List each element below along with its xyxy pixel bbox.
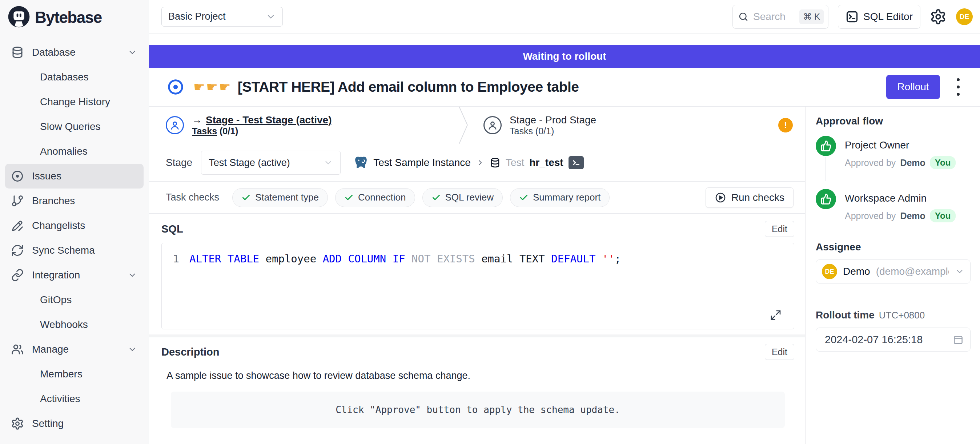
line-number: 1: [162, 252, 189, 265]
status-banner-text: Waiting to rollout: [523, 51, 606, 62]
calendar-icon: [953, 334, 964, 345]
sidebar-item-label: GitOps: [40, 294, 72, 306]
gear-icon: [11, 417, 24, 430]
stage-selector-row: Stage Test Stage (active): [149, 144, 805, 182]
approver-name: Demo: [900, 211, 925, 221]
issue-title: [START HERE] Add email column to Employe…: [238, 79, 579, 95]
settings-gear-icon[interactable]: [930, 8, 947, 25]
check-connection[interactable]: Connection: [335, 188, 415, 207]
stage-tasks-link[interactable]: Tasks: [192, 126, 217, 136]
sidebar-item-manage[interactable]: Manage: [5, 337, 143, 362]
sidebar-item-gitops[interactable]: GitOps: [5, 287, 143, 312]
assignee-dropdown[interactable]: DE Demo (demo@example: [816, 259, 970, 284]
database-link[interactable]: hr_test: [529, 157, 563, 169]
check-icon: [344, 193, 354, 202]
issue-title-row: ☛☛☛ [START HERE] Add email column to Emp…: [149, 68, 980, 107]
sidebar-item-members[interactable]: Members: [5, 362, 143, 387]
stage-tab-title: Stage - Prod Stage: [510, 114, 596, 126]
expand-icon[interactable]: [770, 309, 781, 321]
check-summary-report[interactable]: Summary report: [510, 188, 609, 207]
sql-code-editor[interactable]: 1 ALTER TABLE employee ADD COLUMN IF NOT…: [161, 243, 794, 329]
sidebar-item-sync-schema[interactable]: Sync Schema: [5, 238, 143, 263]
environment-label: Test: [506, 157, 524, 169]
database-icon: [11, 46, 24, 59]
approval-step: Project Owner Approved by Demo You: [816, 136, 970, 180]
sidebar-item-label: Databases: [40, 71, 89, 83]
sidebar-nav: Database Databases Change History Slow Q…: [0, 35, 149, 436]
stage-tasks-count: Tasks (0/1): [510, 126, 554, 136]
tab-separator: [458, 107, 469, 144]
rollout-button[interactable]: Rollout: [886, 75, 940, 99]
bytebase-logo[interactable]: Bytebase: [0, 0, 149, 35]
description-edit-button[interactable]: Edit: [765, 344, 794, 360]
sidebar-item-anomalies[interactable]: Anomalies: [5, 139, 143, 164]
chevron-down-icon: [127, 48, 137, 57]
sidebar-item-integration[interactable]: Integration: [5, 263, 143, 287]
project-selector-value: Basic Project: [168, 11, 226, 22]
sidebar-item-activities[interactable]: Activities: [5, 387, 143, 411]
instance-link[interactable]: Test Sample Instance: [373, 157, 471, 169]
task-checks-row: Task checks Statement type Connection SQ…: [149, 182, 805, 214]
issue-title-emoji: ☛☛☛: [193, 79, 232, 94]
stage-select-value: Test Stage (active): [208, 157, 290, 169]
sidebar-item-branches[interactable]: Branches: [5, 188, 143, 213]
you-badge: You: [930, 209, 956, 222]
stage-tab-test[interactable]: →Stage - Test Stage (active) Tasks (0/1): [149, 107, 458, 144]
sql-section: SQL Edit 1 ALTER TABLE employee ADD COLU…: [149, 214, 805, 329]
assignee-name: Demo: [843, 266, 870, 277]
project-selector[interactable]: Basic Project: [161, 7, 283, 27]
chevron-down-icon: [127, 345, 137, 354]
assignee-heading: Assignee: [816, 241, 970, 253]
stage-tab-title[interactable]: Stage - Test Stage (active): [206, 114, 331, 126]
stage-tasks-count: (0/1): [217, 126, 238, 136]
check-sql-review[interactable]: SQL review: [422, 188, 503, 207]
search-icon: [738, 11, 749, 22]
sidebar-item-label: Activities: [40, 393, 80, 405]
run-checks-button[interactable]: Run checks: [706, 187, 794, 208]
approved-thumbs-up-icon: [816, 136, 836, 156]
chevron-down-icon: [266, 12, 276, 22]
approval-status: Approved by: [845, 211, 896, 221]
chevron-down-icon: [955, 267, 964, 276]
check-icon: [519, 193, 528, 202]
search-input[interactable]: Search ⌘ K: [732, 5, 829, 29]
sql-heading: SQL: [161, 223, 183, 235]
terminal-icon: [845, 10, 859, 23]
step-connector-line: [826, 157, 826, 181]
sidebar-item-databases[interactable]: Databases: [5, 65, 143, 89]
task-checks-label: Task checks: [166, 192, 219, 203]
issue-open-status-icon: [167, 78, 184, 95]
kebab-menu-icon[interactable]: [957, 78, 959, 96]
stage-tabs: →Stage - Test Stage (active) Tasks (0/1)…: [149, 107, 805, 144]
user-avatar[interactable]: DE: [956, 8, 973, 25]
users-icon: [11, 343, 24, 356]
check-statement-type[interactable]: Statement type: [232, 188, 328, 207]
rollout-time-input[interactable]: 2024-02-07 16:25:18: [816, 327, 970, 351]
sidebar-item-label: Change History: [40, 96, 110, 108]
changelist-pencil-icon: [11, 219, 24, 232]
open-sql-editor-icon[interactable]: [568, 156, 584, 169]
git-branch-icon: [11, 194, 24, 208]
description-section: Description Edit A sample issue to showc…: [149, 337, 805, 428]
sql-editor-button[interactable]: SQL Editor: [838, 5, 920, 29]
approval-status: Approved by: [845, 158, 896, 168]
content-row: →Stage - Test Stage (active) Tasks (0/1)…: [149, 107, 980, 444]
sidebar-item-database[interactable]: Database: [5, 40, 143, 65]
sidebar-item-webhooks[interactable]: Webhooks: [5, 312, 143, 337]
issue-detail-column: →Stage - Test Stage (active) Tasks (0/1)…: [149, 107, 805, 444]
stage-select-dropdown[interactable]: Test Stage (active): [201, 151, 340, 175]
sidebar-item-issues[interactable]: Issues: [5, 164, 143, 188]
database-breadcrumb: Test Sample Instance Test hr_test: [354, 155, 584, 170]
approval-role: Project Owner: [845, 136, 956, 151]
stage-tab-prod[interactable]: Stage - Prod Stage Tasks (0/1): [469, 107, 596, 144]
sidebar-item-slow-queries[interactable]: Slow Queries: [5, 114, 143, 139]
you-badge: You: [930, 156, 956, 169]
sidebar-item-label: Manage: [32, 343, 69, 355]
sidebar-item-changelists[interactable]: Changelists: [5, 213, 143, 238]
issue-side-panel: Approval flow Project Owner Approved by …: [805, 107, 980, 444]
play-circle-icon: [714, 192, 726, 203]
sql-edit-button[interactable]: Edit: [765, 221, 794, 237]
sidebar-item-setting[interactable]: Setting: [5, 411, 143, 436]
sidebar-item-change-history[interactable]: Change History: [5, 89, 143, 114]
chevron-right-icon: [476, 158, 485, 167]
